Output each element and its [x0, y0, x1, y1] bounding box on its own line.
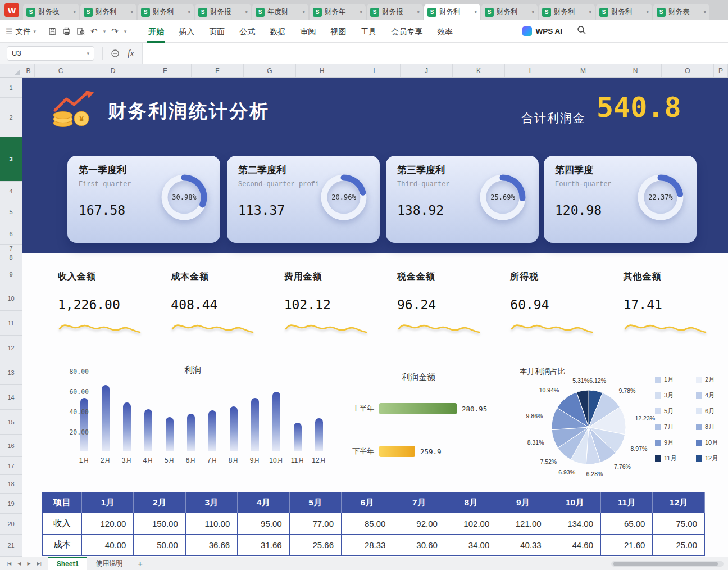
- window-tab[interactable]: S财务表•: [653, 4, 709, 20]
- horizontal-scrollbar[interactable]: [611, 561, 724, 567]
- ribbon-tab-页面[interactable]: 页面: [202, 20, 232, 43]
- tab-close-icon[interactable]: •: [417, 8, 420, 16]
- row-header-13[interactable]: 13: [0, 360, 22, 385]
- ribbon-tab-效率[interactable]: 效率: [430, 20, 460, 43]
- ribbon-tab-数据[interactable]: 数据: [262, 20, 293, 43]
- row-header-1[interactable]: 1: [0, 78, 22, 98]
- tab-close-icon[interactable]: •: [703, 8, 706, 16]
- redo-dropdown-icon[interactable]: ▾: [124, 29, 127, 34]
- table-cell[interactable]: 95.00: [238, 513, 289, 535]
- column-header-P[interactable]: P: [714, 64, 728, 77]
- row-header-10[interactable]: 10: [0, 286, 22, 311]
- column-header-C[interactable]: C: [35, 64, 87, 77]
- ribbon-tab-会员专享[interactable]: 会员专享: [384, 20, 430, 43]
- wps-ai-button[interactable]: WPS AI: [522, 26, 562, 36]
- column-header-M[interactable]: M: [557, 64, 609, 77]
- row-header-5[interactable]: 5: [0, 201, 22, 223]
- column-header-N[interactable]: N: [609, 64, 662, 77]
- add-sheet-button[interactable]: +: [131, 559, 149, 568]
- window-tab[interactable]: S财务收•: [23, 4, 79, 20]
- tab-close-icon[interactable]: •: [245, 8, 248, 16]
- quarter-card[interactable]: 第一季度利First quarter167.5830.98%: [67, 156, 220, 243]
- column-header-I[interactable]: I: [348, 64, 401, 77]
- window-tab[interactable]: S财务利•: [424, 4, 480, 20]
- table-cell[interactable]: 120.00: [82, 513, 134, 535]
- sheet-canvas[interactable]: ¥ 财务利润统计分析 合计利润金 540.8 第一季度利First quarte…: [22, 78, 728, 557]
- row-header-14[interactable]: 14: [0, 385, 22, 410]
- first-sheet-icon[interactable]: |◀: [7, 561, 11, 566]
- sheet-tab-Sheet1[interactable]: Sheet1: [48, 557, 87, 570]
- ribbon-tab-视图[interactable]: 视图: [323, 20, 353, 43]
- table-cell[interactable]: 134.00: [549, 513, 600, 535]
- column-header-B[interactable]: B: [22, 64, 35, 77]
- tab-close-icon[interactable]: •: [188, 8, 190, 16]
- row-header-6[interactable]: 6: [0, 223, 22, 245]
- window-tab[interactable]: S财务利•: [138, 4, 194, 20]
- tab-close-icon[interactable]: •: [302, 8, 305, 16]
- table-cell[interactable]: 102.00: [445, 513, 497, 535]
- window-tab[interactable]: S财务利•: [596, 4, 652, 20]
- ribbon-tab-公式[interactable]: 公式: [232, 20, 262, 43]
- row-header-15[interactable]: 15: [0, 410, 22, 435]
- table-row-name[interactable]: 成本: [43, 535, 82, 556]
- table-cell[interactable]: 30.60: [393, 535, 445, 556]
- table-row-name[interactable]: 收入: [43, 513, 82, 535]
- row-header-18[interactable]: 18: [0, 475, 22, 494]
- table-cell[interactable]: 40.33: [497, 535, 549, 556]
- wps-logo[interactable]: W: [4, 3, 19, 17]
- row-header-4[interactable]: 4: [0, 182, 22, 201]
- row-header-8[interactable]: 8: [0, 252, 22, 263]
- row-header-17[interactable]: 17: [0, 457, 22, 475]
- row-header-7[interactable]: 7: [0, 245, 22, 252]
- window-tab[interactable]: S财务报•: [195, 4, 251, 20]
- name-box-dropdown-icon[interactable]: ▾: [87, 51, 89, 56]
- tab-close-icon[interactable]: •: [474, 8, 477, 16]
- row-header-3[interactable]: 3: [0, 137, 22, 182]
- ribbon-tab-开始[interactable]: 开始: [141, 20, 171, 43]
- row-header-11[interactable]: 11: [0, 311, 22, 336]
- row-header-2[interactable]: 2: [0, 98, 22, 137]
- column-header-E[interactable]: E: [139, 64, 192, 77]
- table-cell[interactable]: 77.00: [289, 513, 341, 535]
- table-cell[interactable]: 40.00: [82, 535, 134, 556]
- last-sheet-icon[interactable]: ▶|: [37, 561, 42, 566]
- column-header-D[interactable]: D: [87, 64, 139, 77]
- window-tab[interactable]: S财务利•: [539, 4, 595, 20]
- row-header-12[interactable]: 12: [0, 336, 22, 360]
- column-header-K[interactable]: K: [453, 64, 505, 77]
- column-header-G[interactable]: G: [244, 64, 296, 77]
- save-icon[interactable]: [48, 27, 57, 35]
- ribbon-tab-审阅[interactable]: 审阅: [293, 20, 323, 43]
- table-cell[interactable]: 85.00: [342, 513, 393, 535]
- table-cell[interactable]: 110.00: [185, 513, 237, 535]
- quarter-card[interactable]: 第三季度利Third-quarter138.9225.69%: [386, 156, 539, 243]
- table-cell[interactable]: 44.60: [549, 535, 600, 556]
- search-icon[interactable]: [577, 25, 586, 37]
- tab-close-icon[interactable]: •: [130, 8, 133, 16]
- table-cell[interactable]: 75.00: [653, 513, 705, 535]
- redo-icon[interactable]: ↷: [111, 27, 119, 35]
- table-cell[interactable]: 21.60: [601, 535, 653, 556]
- window-tab[interactable]: S年度财•: [252, 4, 308, 20]
- table-cell[interactable]: 31.66: [238, 535, 289, 556]
- undo-dropdown-icon[interactable]: ▾: [103, 29, 106, 34]
- column-header-F[interactable]: F: [192, 64, 244, 77]
- table-cell[interactable]: 25.66: [289, 535, 341, 556]
- table-cell[interactable]: 65.00: [601, 513, 653, 535]
- tab-close-icon[interactable]: •: [360, 8, 362, 16]
- row-header-16[interactable]: 16: [0, 435, 22, 457]
- tab-close-icon[interactable]: •: [646, 8, 649, 16]
- quarter-card[interactable]: 第四季度Fourth-quarter120.9822.37%: [544, 156, 697, 243]
- row-header-9[interactable]: 9: [0, 263, 22, 286]
- window-tab[interactable]: S财务利•: [481, 4, 538, 20]
- window-tab[interactable]: S财务利•: [80, 4, 136, 20]
- column-header-L[interactable]: L: [505, 64, 557, 77]
- ribbon-tab-插入[interactable]: 插入: [171, 20, 202, 43]
- table-cell[interactable]: 36.66: [185, 535, 237, 556]
- table-cell[interactable]: 25.00: [653, 535, 705, 556]
- table-cell[interactable]: 34.00: [445, 535, 497, 556]
- print-icon[interactable]: [62, 27, 71, 35]
- window-tab[interactable]: S财务年•: [310, 4, 366, 20]
- row-header-20[interactable]: 20: [0, 514, 22, 535]
- prev-sheet-icon[interactable]: ◀: [17, 561, 21, 566]
